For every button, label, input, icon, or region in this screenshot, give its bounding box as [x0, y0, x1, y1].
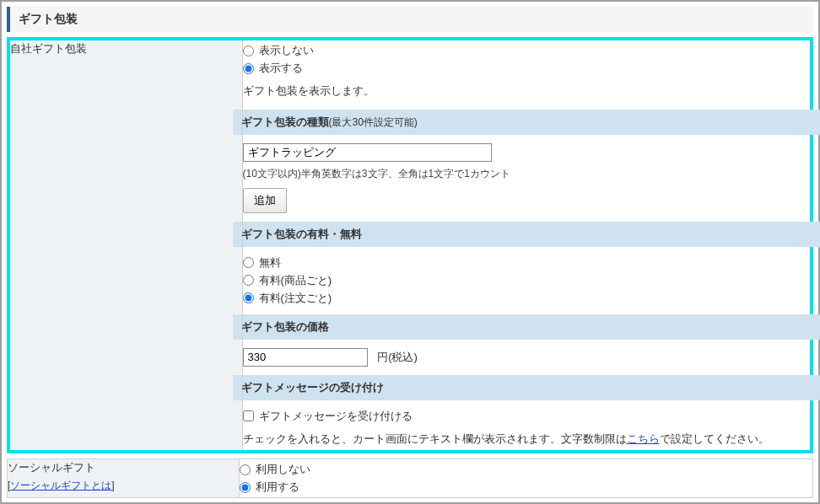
price-unit: 円(税込)	[377, 351, 418, 363]
fee-per-item-radio[interactable]	[243, 275, 254, 286]
add-button[interactable]: 追加	[243, 188, 287, 213]
gift-type-hint: (10文字以内)半角英数字は3文字、全角は1文字で1カウント	[243, 167, 811, 181]
own-gift-wrap-content: 表示しない 表示する ギフト包装を表示します。 ギフト包装の種類(最大30件設定…	[242, 40, 810, 450]
gift-message-note: チェックを入れると、カート画面にテキスト欄が表示されます。文字数制限はこちらで設…	[243, 431, 811, 448]
social-gift-content: 利用しない 利用する	[240, 459, 813, 498]
display-show-radio[interactable]	[243, 63, 254, 74]
gift-price-input[interactable]	[243, 348, 368, 367]
social-gift-label-cell: ソーシャルギフト [ソーシャルギフトとは]	[8, 459, 240, 498]
display-show-label: 表示する	[259, 61, 303, 76]
display-hide-label: 表示しない	[259, 43, 314, 58]
gift-type-input[interactable]	[243, 143, 492, 162]
social-enable-label: 利用する	[256, 480, 299, 495]
gift-message-check-label: ギフトメッセージを受け付ける	[259, 409, 413, 424]
fee-per-item-label: 有料(商品ごと)	[259, 273, 332, 288]
social-enable-radio[interactable]	[240, 482, 251, 493]
fee-free-radio[interactable]	[243, 257, 254, 268]
char-limit-link[interactable]: こちら	[627, 432, 660, 445]
social-gift-sublink-wrap: [ソーシャルギフトとは]	[8, 478, 239, 493]
gift-fee-header: ギフト包装の有料・無料	[233, 222, 821, 247]
fee-per-order-label: 有料(注文ごと)	[259, 291, 332, 306]
social-disable-radio[interactable]	[240, 464, 251, 475]
display-hide-radio[interactable]	[243, 46, 254, 56]
gift-price-header: ギフト包装の価格	[233, 314, 821, 340]
display-note: ギフト包装を表示します。	[243, 83, 811, 99]
own-gift-wrap-label: 自社ギフト包装	[10, 40, 242, 450]
social-disable-label: 利用しない	[256, 462, 310, 477]
fee-per-order-radio[interactable]	[243, 292, 254, 303]
highlight-box: 自社ギフト包装 表示しない 表示する ギフト包装を表示します。 ギフト包装の	[7, 37, 813, 453]
social-gift-what-link[interactable]: ソーシャルギフトとは	[10, 480, 111, 491]
gift-type-header: ギフト包装の種類(最大30件設定可能)	[233, 110, 821, 135]
gift-message-checkbox[interactable]	[243, 410, 254, 421]
gift-message-header: ギフトメッセージの受け付け	[233, 375, 821, 400]
fee-free-label: 無料	[259, 255, 281, 271]
section-title: ギフト包装	[7, 7, 813, 32]
social-gift-label: ソーシャルギフト	[8, 459, 239, 476]
